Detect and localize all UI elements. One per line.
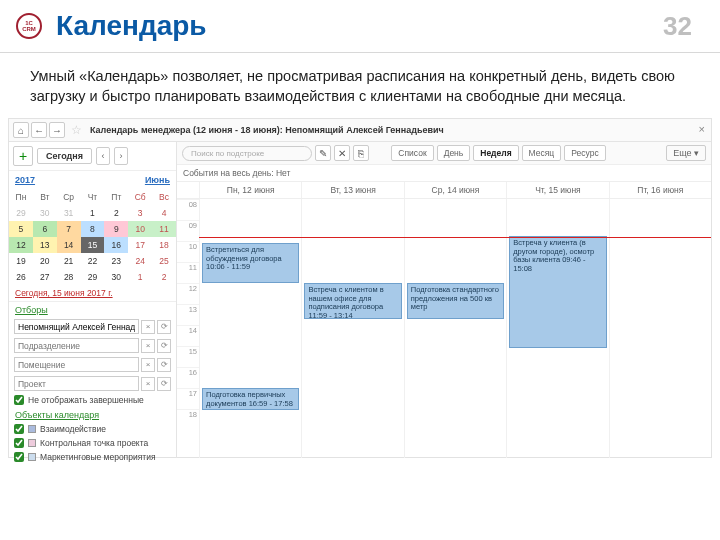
mini-calendar: ПнВтСрЧтПтСбВс 2930311234 567891011 1213… [9, 189, 176, 285]
clear-icon[interactable]: × [141, 320, 155, 334]
refresh-icon[interactable]: ⟳ [157, 339, 171, 353]
day-header: Вт, 13 июня [301, 182, 403, 198]
back-button[interactable]: ← [31, 122, 47, 138]
prev-period-button[interactable]: ‹ [96, 147, 110, 165]
day-header: Чт, 15 июня [506, 182, 608, 198]
obj-check-2[interactable] [14, 438, 24, 448]
filters-label: Отборы [9, 302, 176, 317]
logo: 1C CRM [16, 13, 42, 39]
page-number: 32 [663, 11, 692, 42]
obj-check-3[interactable] [14, 452, 24, 462]
more-button[interactable]: Еще ▾ [666, 145, 706, 161]
view-list[interactable]: Список [391, 145, 433, 161]
link-icon[interactable]: ⎘ [353, 145, 369, 161]
day-header: Пт, 16 июня [609, 182, 711, 198]
month-picker[interactable]: Июнь [145, 175, 170, 185]
obj-check-1[interactable] [14, 424, 24, 434]
close-button[interactable]: × [699, 123, 705, 135]
event-block[interactable]: Подготовка первичных документов 16:59 - … [202, 388, 299, 410]
year-picker[interactable]: 2017 [15, 175, 35, 185]
filter-employee[interactable] [14, 319, 139, 334]
refresh-icon[interactable]: ⟳ [157, 377, 171, 391]
window-title: Календарь менеджера (12 июня - 18 июня):… [90, 125, 444, 135]
day-header: Ср, 14 июня [404, 182, 506, 198]
calendar-grid: 0809101112131415161718 Встретиться для о… [177, 199, 711, 458]
forward-button[interactable]: → [49, 122, 65, 138]
add-event-button[interactable]: + [13, 146, 33, 166]
delete-icon[interactable]: ✕ [334, 145, 350, 161]
page-title: Календарь [56, 10, 207, 42]
view-month[interactable]: Месяц [522, 145, 562, 161]
slide-description: Умный «Календарь» позволяет, не просматр… [0, 67, 720, 118]
edit-icon[interactable]: ✎ [315, 145, 331, 161]
refresh-icon[interactable]: ⟳ [157, 358, 171, 372]
event-block[interactable]: Встретиться для обсуждения договора 10:0… [202, 243, 299, 283]
view-resource[interactable]: Ресурс [564, 145, 605, 161]
calendar-main: Поиск по подстроке ✎ ✕ ⎘ Список День Нед… [177, 142, 711, 458]
filter-project[interactable] [14, 376, 139, 391]
filter-room[interactable] [14, 357, 139, 372]
allday-row: События на весь день: Нет [177, 165, 711, 182]
clear-icon[interactable]: × [141, 339, 155, 353]
home-button[interactable]: ⌂ [13, 122, 29, 138]
refresh-icon[interactable]: ⟳ [157, 320, 171, 334]
search-input[interactable]: Поиск по подстроке [182, 146, 312, 161]
favorite-icon[interactable]: ☆ [71, 123, 82, 137]
event-block[interactable]: Встреча с клиентом в нашем офисе для под… [304, 283, 401, 319]
clear-icon[interactable]: × [141, 358, 155, 372]
view-week[interactable]: Неделя [473, 145, 518, 161]
event-block[interactable]: Подготовка стандартного предложения на 5… [407, 283, 504, 319]
today-link[interactable]: Сегодня, 15 июня 2017 г. [9, 285, 176, 302]
now-indicator [199, 237, 711, 238]
calendar-window: ⌂ ← → ☆ Календарь менеджера (12 июня - 1… [8, 118, 712, 458]
hide-completed-checkbox[interactable] [14, 395, 24, 405]
today-button[interactable]: Сегодня [37, 148, 92, 164]
clear-icon[interactable]: × [141, 377, 155, 391]
view-day[interactable]: День [437, 145, 471, 161]
next-period-button[interactable]: › [114, 147, 128, 165]
objects-label: Объекты календаря [9, 407, 176, 422]
sidebar: + Сегодня ‹ › 2017 Июнь ПнВтСрЧтПтСбВс 2… [9, 142, 177, 458]
event-block[interactable]: Встреча у клиента (в другом городе), осм… [509, 236, 606, 348]
filter-division[interactable] [14, 338, 139, 353]
window-toolbar: ⌂ ← → ☆ Календарь менеджера (12 июня - 1… [9, 119, 711, 142]
day-header: Пн, 12 июня [199, 182, 301, 198]
